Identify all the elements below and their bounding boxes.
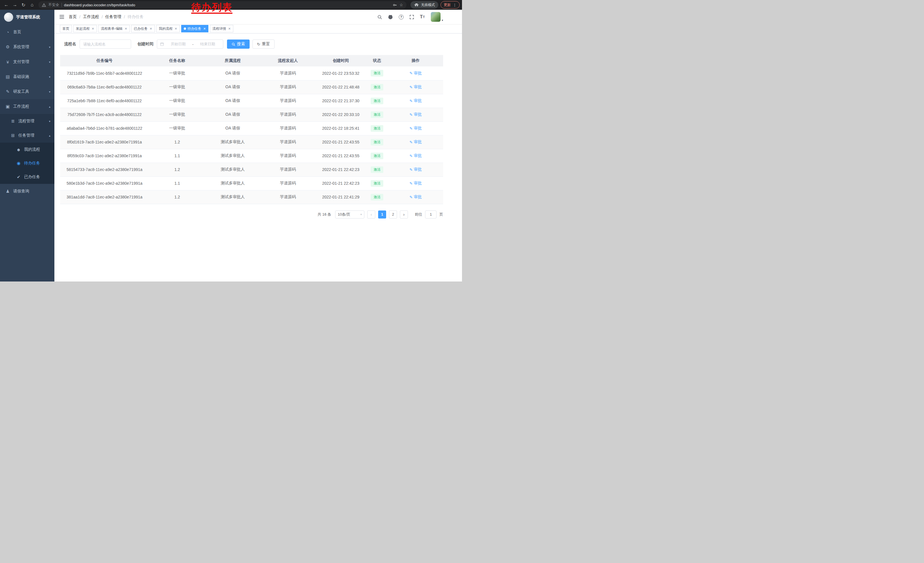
tab-start-process[interactable]: 发起流程 ✕ bbox=[73, 25, 97, 32]
caret-down-icon: ▾ bbox=[442, 19, 443, 22]
approve-link[interactable]: ✎审批 bbox=[410, 98, 422, 104]
sidebar-item-label: 我的流程 bbox=[24, 147, 40, 152]
goto-page-suffix: 页 bbox=[440, 212, 443, 217]
page-size-select[interactable]: 10条/页 ▾ bbox=[335, 210, 364, 219]
annotation-todo-list: 待办列表 bbox=[191, 2, 232, 14]
user-menu[interactable]: ▾ bbox=[431, 12, 443, 22]
next-page-button[interactable]: › bbox=[400, 210, 408, 219]
close-tab-icon[interactable]: ✕ bbox=[203, 27, 206, 31]
warning-icon bbox=[42, 3, 46, 7]
goto-page-input[interactable] bbox=[425, 210, 436, 219]
approve-link[interactable]: ✎审批 bbox=[410, 140, 422, 145]
tab-form-edit[interactable]: 流程表单-编辑 ✕ bbox=[98, 25, 130, 32]
sidebar-item-label: 待办任务 bbox=[24, 161, 40, 166]
avatar[interactable] bbox=[431, 12, 441, 22]
app-logo: 芋道管理系统 bbox=[0, 10, 54, 25]
status-badge: 激活 bbox=[371, 153, 383, 159]
reset-button[interactable]: ↻ 重置 bbox=[252, 39, 274, 49]
cell-initiator: 芋道源码 bbox=[260, 149, 316, 163]
search-icon[interactable] bbox=[377, 15, 382, 20]
approve-link[interactable]: ✎审批 bbox=[410, 71, 422, 76]
password-key-icon[interactable] bbox=[393, 3, 397, 7]
menu-dots-icon[interactable]: ⋮ bbox=[453, 3, 456, 7]
security-label[interactable]: 不安全 bbox=[48, 3, 59, 8]
tools-icon: ✎ bbox=[5, 89, 10, 94]
status-badge: 激活 bbox=[371, 70, 383, 77]
breadcrumb-home[interactable]: 首页 bbox=[69, 14, 77, 20]
cell-process: 测试多审批人 bbox=[206, 135, 260, 149]
prev-page-button[interactable]: ‹ bbox=[367, 210, 375, 219]
sidebar-item-task-management[interactable]: ⊞ 任务管理 ▴ bbox=[0, 128, 54, 143]
approve-link[interactable]: ✎审批 bbox=[410, 84, 422, 90]
close-tab-icon[interactable]: ✕ bbox=[149, 27, 152, 31]
tab-my-process[interactable]: 我的流程 ✕ bbox=[156, 25, 180, 32]
fullscreen-icon[interactable] bbox=[410, 15, 414, 20]
url-text[interactable]: dashboard.yudao.iocoder.cn/bpm/task/todo bbox=[64, 3, 135, 7]
approve-link[interactable]: ✎审批 bbox=[410, 167, 422, 172]
sidebar-item-my-process[interactable]: ☻ 我的流程 bbox=[0, 143, 54, 156]
close-tab-icon[interactable]: ✕ bbox=[228, 27, 231, 31]
help-icon[interactable]: ? bbox=[399, 15, 404, 20]
end-date-placeholder[interactable]: 结束日期 bbox=[195, 42, 220, 47]
sidebar-item-label: 支付管理 bbox=[13, 59, 29, 65]
process-name-input[interactable] bbox=[80, 39, 131, 49]
user-chat-icon: ☻ bbox=[16, 147, 21, 152]
cell-created: 2022-01-21 22:42:23 bbox=[316, 163, 366, 176]
approve-link[interactable]: ✎审批 bbox=[410, 194, 422, 200]
reload-icon[interactable]: ↻ bbox=[20, 1, 27, 9]
tab-process-detail[interactable]: 流程详情 ✕ bbox=[210, 25, 233, 32]
github-icon[interactable] bbox=[388, 14, 393, 20]
sidebar-toggle-icon[interactable] bbox=[59, 14, 65, 20]
edit-icon: ✎ bbox=[410, 126, 413, 131]
back-icon[interactable]: ← bbox=[2, 1, 10, 9]
close-tab-icon[interactable]: ✕ bbox=[175, 27, 177, 31]
sidebar-item-system[interactable]: ⚙ 系统管理 ▾ bbox=[0, 39, 54, 54]
sidebar-item-infrastructure[interactable]: ▤ 基础设施 ▾ bbox=[0, 69, 54, 84]
sidebar-item-devtools[interactable]: ✎ 研发工具 ▾ bbox=[0, 84, 54, 99]
sidebar-item-label: 请假查询 bbox=[13, 189, 29, 194]
breadcrumb-current: 待办任务 bbox=[128, 14, 144, 20]
tab-home[interactable]: 首页 bbox=[60, 25, 72, 32]
search-button[interactable]: 搜索 bbox=[227, 39, 250, 49]
tab-done-tasks[interactable]: 已办任务 ✕ bbox=[131, 25, 154, 32]
sidebar-item-workflow[interactable]: ▣ 工作流程 ▴ bbox=[0, 99, 54, 114]
cell-created: 2022-01-22 18:25:41 bbox=[316, 122, 366, 135]
sidebar-item-leave-query[interactable]: ♟ 请假查询 bbox=[0, 184, 54, 199]
forward-icon[interactable]: → bbox=[11, 1, 19, 9]
table-header-row: 任务编号 任务名称 所属流程 流程发起人 创建时间 状态 操作 bbox=[60, 55, 443, 66]
sidebar-menu: ◔ 首页 ⚙ 系统管理 ▾ ¥ 支付管理 ▾ ▤ 基础设施 ▾ bbox=[0, 25, 54, 199]
breadcrumb-workflow[interactable]: 工作流程 bbox=[83, 14, 99, 20]
tab-todo-tasks[interactable]: 待办任务 ✕ bbox=[181, 25, 208, 32]
status-badge: 激活 bbox=[371, 111, 383, 118]
sidebar-item-process-management[interactable]: ≣ 流程管理 ▾ bbox=[0, 114, 54, 128]
page-button-1[interactable]: 1 bbox=[378, 210, 386, 219]
sidebar-item-todo-task[interactable]: ◉ 待办任务 bbox=[0, 156, 54, 170]
cell-process: OA 请假 bbox=[206, 122, 260, 135]
goto-label: 前往 bbox=[415, 212, 422, 217]
cell-initiator: 芋道源码 bbox=[260, 135, 316, 149]
cell-created: 2022-01-21 22:41:29 bbox=[316, 190, 366, 204]
close-tab-icon[interactable]: ✕ bbox=[92, 27, 94, 31]
sidebar-item-done-task[interactable]: ✔ 已办任务 bbox=[0, 170, 54, 184]
sidebar-item-home[interactable]: ◔ 首页 bbox=[0, 25, 54, 39]
browser-update-button[interactable]: 更新 ⋮ bbox=[441, 1, 460, 9]
table-row: 725a1eb6-7b88-11ec-8ef0-acde48001122 一级审… bbox=[60, 94, 443, 108]
date-range-picker[interactable]: 开始日期 - 结束日期 bbox=[157, 39, 223, 49]
status-badge: 激活 bbox=[371, 84, 383, 90]
calendar-icon bbox=[160, 42, 164, 46]
close-tab-icon[interactable]: ✕ bbox=[124, 27, 127, 31]
approve-link[interactable]: ✎审批 bbox=[410, 112, 422, 117]
create-time-label: 创建时间 bbox=[137, 42, 153, 47]
home-icon[interactable]: ⌂ bbox=[28, 1, 36, 9]
approve-link[interactable]: ✎审批 bbox=[410, 126, 422, 131]
approve-link[interactable]: ✎审批 bbox=[410, 181, 422, 186]
page-button-2[interactable]: 2 bbox=[389, 210, 397, 219]
approve-link[interactable]: ✎审批 bbox=[410, 153, 422, 158]
font-size-icon[interactable]: TT bbox=[420, 14, 425, 20]
sidebar-item-label: 流程管理 bbox=[18, 119, 34, 124]
sidebar-item-payment[interactable]: ¥ 支付管理 ▾ bbox=[0, 54, 54, 69]
cell-initiator: 芋道源码 bbox=[260, 176, 316, 190]
start-date-placeholder[interactable]: 开始日期 bbox=[166, 42, 190, 47]
bookmark-star-icon[interactable]: ☆ bbox=[399, 3, 403, 7]
breadcrumb-task-management[interactable]: 任务管理 bbox=[105, 14, 122, 20]
